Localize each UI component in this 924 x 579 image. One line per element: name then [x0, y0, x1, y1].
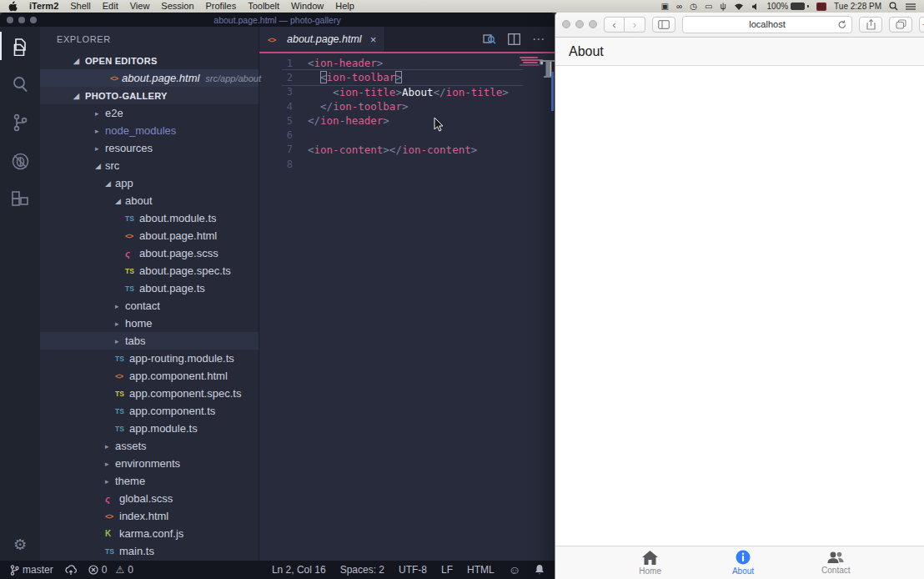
- sync-publish-icon[interactable]: [65, 565, 77, 576]
- spotlight-icon[interactable]: [889, 2, 898, 11]
- tree-file-app-component-spec-ts[interactable]: TSapp.component.spec.ts: [40, 385, 259, 402]
- code-line-3[interactable]: 3 <ion-title>About</ion-title>: [259, 85, 555, 99]
- settings-gear-icon[interactable]: ⚙: [0, 536, 40, 554]
- tree-folder-tabs[interactable]: ▸tabs: [40, 332, 259, 350]
- tab-about-page-html[interactable]: <> about.page.html ×: [259, 27, 385, 52]
- refresh-icon[interactable]: [838, 20, 846, 29]
- glasses-icon[interactable]: ∞: [676, 0, 682, 13]
- explorer-icon[interactable]: [0, 27, 40, 65]
- open-preview-icon[interactable]: [483, 33, 496, 46]
- new-tab-button[interactable]: +: [919, 17, 924, 33]
- menu-item-profiles[interactable]: Profiles: [206, 0, 237, 13]
- source-control-icon[interactable]: [0, 103, 40, 142]
- back-button[interactable]: ‹: [604, 17, 625, 33]
- show-tabs-icon[interactable]: [889, 17, 912, 33]
- notification-center-icon[interactable]: [906, 3, 916, 11]
- cursor-position-status[interactable]: Ln 2, Col 16: [272, 564, 326, 576]
- tree-folder-src[interactable]: ◢src: [40, 157, 259, 174]
- problems-status[interactable]: 0 ⚠ 0: [88, 564, 133, 576]
- apple-menu-icon[interactable]: [8, 1, 18, 12]
- wifi-icon[interactable]: [734, 3, 744, 11]
- menu-item-window[interactable]: Window: [291, 0, 324, 13]
- menu-item-shell[interactable]: Shell: [70, 0, 90, 13]
- tab-close-icon[interactable]: ×: [370, 33, 377, 46]
- forward-button[interactable]: ›: [625, 17, 645, 33]
- menubar-clock[interactable]: Tue 2:28 PM: [834, 2, 881, 11]
- tree-folder-about[interactable]: ◢about: [40, 192, 259, 209]
- close-window-button[interactable]: [562, 20, 570, 28]
- code-line-8[interactable]: 8: [259, 157, 555, 171]
- eol-status[interactable]: LF: [441, 564, 453, 576]
- menu-item-edit[interactable]: Edit: [103, 0, 118, 13]
- tree-folder-theme[interactable]: ▸theme: [40, 472, 259, 490]
- minimize-window-button[interactable]: [575, 20, 584, 28]
- indentation-status[interactable]: Spaces: 2: [340, 564, 384, 576]
- open-editor-label: about.page.html: [122, 72, 199, 84]
- screen-record-icon[interactable]: ▣: [661, 0, 669, 13]
- open-editors-header[interactable]: ◢ OPEN EDITORS: [40, 52, 259, 69]
- tree-folder-assets[interactable]: ▸assets: [40, 437, 259, 455]
- more-actions-icon[interactable]: ⋯: [532, 32, 545, 47]
- tree-file-app-module-ts[interactable]: TSapp.module.ts: [40, 420, 259, 437]
- code-line-4[interactable]: 4 </ion-toolbar>: [259, 99, 555, 113]
- tree-file-index-html[interactable]: <>index.html: [40, 507, 259, 525]
- share-icon[interactable]: [859, 17, 882, 33]
- tree-file-about-page-scss[interactable]: ςabout.page.scss: [40, 244, 259, 262]
- code-line-1[interactable]: 1<ion-header>: [259, 56, 555, 70]
- tree-file-app-component-ts[interactable]: TSapp.component.ts: [40, 402, 259, 420]
- line-number: 1: [259, 58, 293, 69]
- code-editor[interactable]: 1<ion-header>2 <ion-toolbar>3 <ion-title…: [259, 53, 555, 561]
- menu-item-session[interactable]: Session: [161, 0, 193, 13]
- tree-file-about-module-ts[interactable]: TSabout.module.ts: [40, 209, 259, 227]
- tree-file-about-page-html[interactable]: <>about.page.html: [40, 227, 259, 244]
- tree-file-global-scss[interactable]: ςglobal.scss: [40, 490, 259, 507]
- tree-folder-environments[interactable]: ▸environments: [40, 455, 259, 472]
- error-icon: [88, 565, 98, 575]
- tree-file-main-ts[interactable]: TSmain.ts: [40, 542, 259, 560]
- code-line-2[interactable]: 2 <ion-toolbar>: [259, 70, 555, 84]
- tree-file-app-component-html[interactable]: <>app.component.html: [40, 367, 259, 385]
- address-bar[interactable]: localhost: [682, 16, 852, 33]
- tree-folder-e2e[interactable]: ▸e2e: [40, 104, 259, 122]
- open-editor-item-about-page-html[interactable]: <> about.page.html src/app/about: [40, 69, 259, 87]
- volume-icon[interactable]: [751, 3, 760, 11]
- language-mode-status[interactable]: HTML: [467, 564, 495, 576]
- clock-menu-icon[interactable]: ◷: [690, 0, 697, 13]
- notifications-bell-icon[interactable]: [535, 564, 545, 576]
- tree-file-app-routing-module-ts[interactable]: TSapp-routing.module.ts: [40, 350, 259, 367]
- ionic-tab-about[interactable]: About: [696, 546, 789, 579]
- menu-item-help[interactable]: Help: [335, 0, 354, 13]
- code-line-5[interactable]: 5</ion-header>: [259, 113, 555, 128]
- vscode-titlebar[interactable]: about.page.html — photo-gallery: [0, 13, 555, 27]
- tree-folder-app[interactable]: ◢app: [40, 174, 259, 192]
- extensions-icon[interactable]: [0, 180, 40, 219]
- tree-file-about-page-ts[interactable]: TSabout.page.ts: [40, 279, 259, 297]
- zoom-window-button[interactable]: [589, 20, 597, 28]
- git-branch-status[interactable]: master: [10, 564, 53, 576]
- ionic-tab-home[interactable]: Home: [604, 546, 696, 579]
- split-editor-icon[interactable]: [508, 33, 520, 45]
- battery-indicator[interactable]: 100%: [767, 2, 810, 11]
- menu-extra-app-icon[interactable]: [816, 3, 826, 11]
- debug-icon[interactable]: [0, 142, 40, 180]
- tree-file-karma-conf-js[interactable]: Kkarma.conf.js: [40, 525, 259, 542]
- project-section-header[interactable]: ◢ PHOTO-GALLERY: [40, 87, 259, 104]
- code-line-6[interactable]: 6: [259, 128, 555, 142]
- tree-folder-contact[interactable]: ▸contact: [40, 297, 259, 315]
- feedback-smiley-icon[interactable]: ☺: [509, 563, 520, 576]
- dongle-icon[interactable]: ψ: [720, 0, 726, 13]
- sidebar-toggle-icon[interactable]: [652, 17, 675, 33]
- menu-item-iterm2[interactable]: iTerm2: [29, 0, 58, 13]
- encoding-status[interactable]: UTF-8: [399, 564, 427, 576]
- code-line-7[interactable]: 7<ion-content></ion-content>: [259, 143, 555, 157]
- search-icon[interactable]: [0, 65, 40, 103]
- explorer-sidebar: EXPLORER ◢ OPEN EDITORS <> about.page.ht…: [40, 27, 259, 561]
- display-mirroring-icon[interactable]: ▭: [705, 0, 712, 13]
- tree-folder-home[interactable]: ▸home: [40, 315, 259, 332]
- menu-item-view[interactable]: View: [130, 0, 150, 13]
- menu-item-toolbelt[interactable]: Toolbelt: [248, 0, 279, 13]
- tree-folder-resources[interactable]: ▸resources: [40, 139, 259, 157]
- ionic-tab-contact[interactable]: Contact: [790, 546, 882, 579]
- tree-file-about-page-spec-ts[interactable]: TSabout.page.spec.ts: [40, 262, 259, 279]
- tree-folder-node-modules[interactable]: ▸node_modules: [40, 122, 259, 139]
